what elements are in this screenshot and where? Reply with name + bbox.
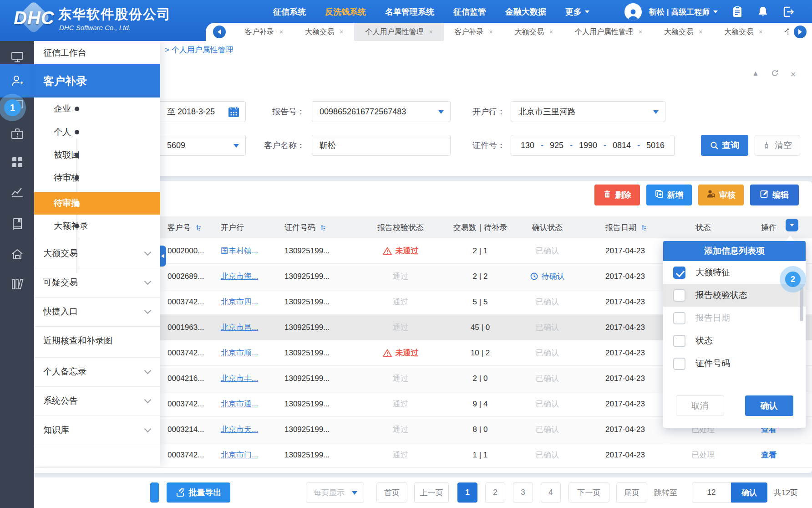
checkbox-icon[interactable] — [673, 312, 685, 324]
close-tab-icon[interactable]: × — [699, 28, 702, 36]
sidebar-section-6[interactable]: 知识库 — [34, 416, 160, 445]
sidebar-item-customer-supplement[interactable]: 客户补录 — [34, 64, 160, 97]
page-button-4[interactable]: 4 — [541, 482, 561, 503]
cell-bank-link[interactable]: 北京市丰... — [221, 366, 284, 391]
tab-4[interactable]: 大额交易× — [504, 23, 564, 41]
cell-bank-link[interactable]: 北京市天... — [221, 417, 284, 442]
close-tab-icon[interactable]: × — [759, 28, 762, 36]
sidebar-section-5[interactable]: 系统公告 — [34, 386, 160, 416]
sidebar-section-4[interactable]: 个人备忘录 — [34, 357, 160, 386]
tab-scroll-right[interactable] — [794, 26, 807, 38]
cell-bank-link[interactable]: 国丰村镇... — [221, 238, 284, 263]
cell-view-link[interactable]: 查看 — [737, 442, 812, 467]
picker-scrollbar[interactable] — [800, 287, 803, 321]
tab-8[interactable]: 个 — [774, 23, 790, 41]
picker-item-2[interactable]: 报告日期 — [663, 307, 806, 329]
next-page-button[interactable]: 下一页 — [568, 482, 609, 503]
rail-home-icon[interactable] — [0, 242, 34, 266]
close-tab-icon[interactable]: × — [340, 28, 343, 36]
nav-item-4[interactable]: 金融大数据 — [505, 6, 546, 17]
checkbox-checked-icon[interactable] — [673, 267, 685, 279]
customer-name-input[interactable]: 靳松 — [312, 135, 451, 156]
col-header-2[interactable]: 证件号码 — [284, 216, 364, 238]
delete-button[interactable]: 删除 — [594, 185, 640, 205]
nav-item-3[interactable]: 征信监管 — [453, 6, 486, 17]
breadcrumb[interactable]: > 个人用户属性管理 — [165, 45, 233, 55]
collapse-panel-icon[interactable]: ▲ — [752, 69, 759, 80]
edit-button[interactable]: 编辑 — [750, 185, 799, 205]
jump-confirm-button[interactable]: 确认 — [731, 482, 767, 503]
clear-button[interactable]: 清空 — [755, 135, 800, 156]
tab-scroll-left[interactable] — [213, 26, 226, 38]
close-tab-icon[interactable]: × — [549, 28, 553, 36]
close-tab-icon[interactable]: × — [279, 28, 283, 36]
refresh-icon[interactable] — [771, 69, 779, 80]
picker-item-3[interactable]: 状态 — [663, 329, 806, 352]
sidebar-subitem-3[interactable]: 待审核 — [34, 166, 160, 189]
picker-confirm-button[interactable]: 确认 — [745, 395, 793, 416]
cell-bank-link[interactable]: 北京市通... — [221, 391, 284, 416]
last-page-button[interactable]: 尾页 — [616, 482, 647, 503]
nav-item-2[interactable]: 名单管理系统 — [385, 6, 434, 17]
sidebar-section-2[interactable]: 快捷入口 — [34, 297, 160, 326]
report-no-select[interactable]: 0098652616772567483 — [312, 101, 451, 122]
add-button[interactable]: 新增 — [646, 185, 692, 205]
rail-grid-icon[interactable] — [0, 150, 34, 174]
bell-icon[interactable] — [757, 6, 769, 18]
batch-export-button[interactable]: 批量导出 — [167, 482, 230, 503]
bank-select[interactable]: 北京市三里河路 — [511, 101, 665, 122]
checkbox-icon[interactable] — [673, 335, 685, 347]
rail-briefcase-alert-icon[interactable] — [0, 122, 34, 146]
user-name[interactable]: 靳松 | 高级工程师 — [649, 7, 718, 17]
tab-0[interactable]: 客户补录× — [234, 23, 294, 41]
tab-2[interactable]: 个人用户属性管理× — [354, 23, 443, 41]
per-page-select[interactable]: 每页显示 — [306, 482, 364, 503]
calendar-icon[interactable] — [228, 106, 240, 120]
column-picker-button[interactable] — [786, 219, 798, 231]
search-button[interactable]: 查询 — [701, 135, 748, 156]
col-header-0[interactable]: 客户号 — [167, 216, 221, 238]
hidden-action-button[interactable] — [150, 482, 159, 503]
sidebar-subitem-5[interactable]: 大额补录 — [34, 215, 160, 237]
sidebar-item-workbench[interactable]: 征信工作台 — [34, 41, 160, 64]
cell-bank-link[interactable]: 北京市顺... — [221, 340, 284, 365]
avatar[interactable] — [624, 3, 642, 21]
page-button-2[interactable]: 2 — [485, 482, 505, 503]
checkbox-icon[interactable] — [673, 289, 685, 302]
first-page-button[interactable]: 首页 — [376, 482, 407, 503]
sidebar-section-3[interactable]: 近期核查和补录图 — [34, 326, 160, 355]
picker-item-4[interactable]: 证件号码 — [663, 352, 806, 375]
id-no-input[interactable]: 130-925-1990-0814-5016 — [511, 135, 675, 156]
tab-5[interactable]: 个人用户属性管理× — [564, 23, 653, 41]
jump-page-input[interactable]: 12 — [692, 482, 731, 503]
nav-item-0[interactable]: 征信系统 — [273, 6, 306, 17]
rail-library-icon[interactable] — [0, 272, 34, 296]
sidebar-subitem-0[interactable]: 企业 — [34, 97, 160, 120]
tab-7[interactable]: 大额交易× — [713, 23, 773, 41]
tab-6[interactable]: 大额交易× — [653, 23, 713, 41]
tab-3[interactable]: 客户补录× — [444, 23, 504, 41]
clipboard-icon[interactable] — [731, 6, 743, 18]
sort-icon[interactable] — [194, 224, 201, 231]
audit-button[interactable]: 审核 — [698, 185, 744, 205]
picker-cancel-button[interactable]: 取消 — [676, 395, 724, 416]
close-panel-icon[interactable]: × — [791, 69, 796, 80]
prev-page-button[interactable]: 上一页 — [414, 482, 449, 503]
cell-bank-link[interactable]: 北京市昌... — [221, 315, 284, 340]
rail-book-icon[interactable] — [0, 212, 34, 236]
page-button-3[interactable]: 3 — [513, 482, 533, 503]
col-header-6[interactable]: 报告日期 — [592, 216, 669, 238]
nav-item-1[interactable]: 反洗钱系统 — [325, 6, 366, 17]
cell-bank-link[interactable]: 北京市海... — [221, 264, 284, 289]
sort-icon[interactable] — [640, 224, 647, 231]
checkbox-icon[interactable] — [673, 358, 685, 370]
close-tab-icon[interactable]: × — [429, 28, 432, 36]
close-tab-icon[interactable]: × — [639, 28, 642, 36]
close-tab-icon[interactable]: × — [489, 28, 493, 36]
sidebar-subitem-4[interactable]: 待审批 — [34, 192, 160, 215]
page-button-1[interactable]: 1 — [457, 482, 477, 503]
cell-bank-link[interactable]: 北京市门... — [221, 442, 284, 467]
cell-bank-link[interactable]: 北京市四... — [221, 289, 284, 314]
logout-icon[interactable] — [782, 6, 794, 18]
nav-item-5[interactable]: 更多 — [565, 6, 589, 17]
